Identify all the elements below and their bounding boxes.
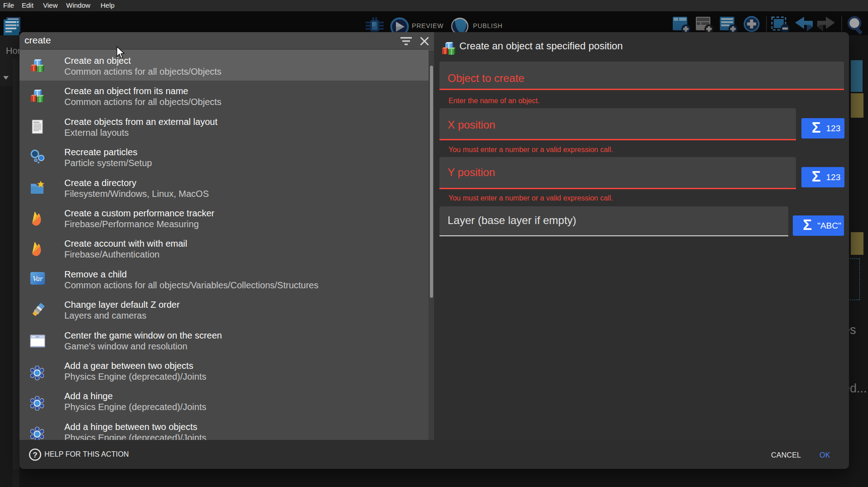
svg-text:Var: Var — [33, 275, 43, 282]
svg-text:?: ? — [33, 451, 37, 459]
